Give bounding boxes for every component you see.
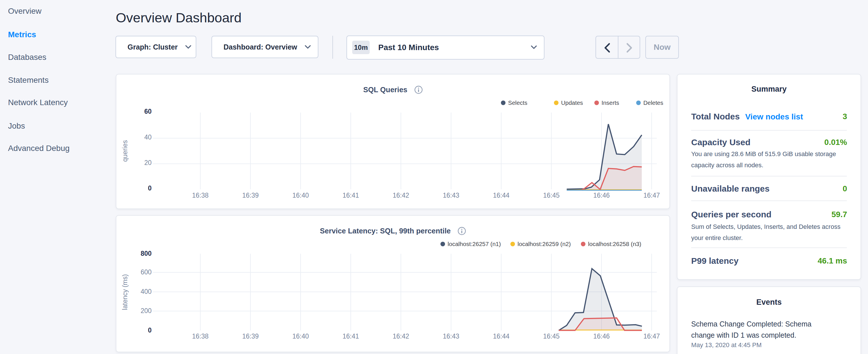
svg-text:16:45: 16:45 — [543, 192, 560, 199]
svg-text:16:40: 16:40 — [292, 332, 309, 340]
svg-text:16:38: 16:38 — [192, 332, 209, 340]
svg-text:16:43: 16:43 — [443, 192, 459, 199]
svg-text:20: 20 — [144, 159, 152, 166]
svg-text:16:41: 16:41 — [342, 332, 359, 340]
svg-text:0: 0 — [148, 185, 152, 192]
svg-text:0: 0 — [148, 326, 152, 334]
svg-text:16:39: 16:39 — [242, 192, 259, 199]
svg-text:800: 800 — [141, 250, 152, 257]
svg-text:16:39: 16:39 — [242, 332, 259, 340]
svg-text:queries: queries — [121, 140, 129, 162]
svg-text:60: 60 — [144, 108, 152, 115]
svg-text:16:41: 16:41 — [342, 192, 359, 199]
svg-text:16:44: 16:44 — [493, 192, 509, 199]
svg-text:16:47: 16:47 — [643, 332, 660, 340]
svg-text:latency (ms): latency (ms) — [121, 274, 129, 310]
svg-text:16:46: 16:46 — [593, 192, 610, 199]
svg-text:16:47: 16:47 — [643, 192, 660, 199]
svg-text:16:45: 16:45 — [543, 332, 560, 340]
svg-text:16:42: 16:42 — [393, 192, 409, 199]
svg-text:40: 40 — [144, 133, 152, 141]
svg-text:16:38: 16:38 — [192, 192, 209, 199]
svg-text:200: 200 — [141, 307, 152, 315]
svg-text:16:43: 16:43 — [443, 332, 459, 340]
svg-text:16:40: 16:40 — [292, 192, 309, 199]
svg-text:600: 600 — [141, 268, 152, 276]
svg-text:16:44: 16:44 — [493, 332, 509, 340]
svg-text:16:42: 16:42 — [393, 332, 409, 340]
svg-text:400: 400 — [141, 288, 152, 295]
svg-text:16:46: 16:46 — [593, 332, 610, 340]
